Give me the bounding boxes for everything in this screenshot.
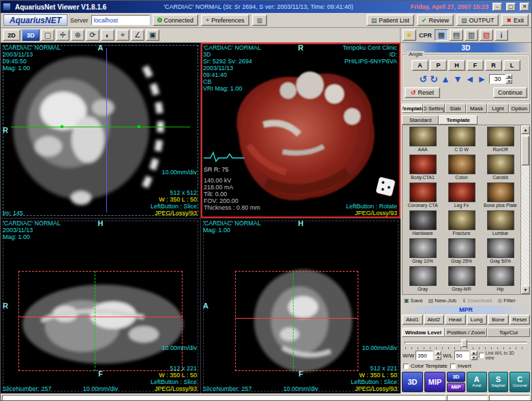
orient-right-button[interactable]: R bbox=[485, 60, 502, 71]
ww-down-icon[interactable]: ▼ bbox=[435, 355, 441, 360]
continue-button[interactable]: Continue bbox=[493, 87, 527, 98]
review-button[interactable]: ✔ Review bbox=[417, 14, 454, 26]
view-coronal-button[interactable]: C Coronal bbox=[510, 372, 530, 392]
tab-3d-settings[interactable]: 3D Settings bbox=[423, 103, 444, 113]
tab-2d[interactable]: 2D bbox=[3, 29, 20, 41]
template-item[interactable]: RunOff bbox=[481, 127, 520, 155]
preset-abd1-button[interactable]: Abd1 bbox=[402, 315, 423, 325]
filter-button[interactable]: ◎ Filter bbox=[497, 298, 516, 304]
angle-step-input[interactable] bbox=[489, 74, 505, 84]
rotate-cw-icon[interactable]: ↻ bbox=[430, 74, 438, 84]
split-view-icon[interactable]: ▧ bbox=[480, 29, 493, 41]
preferences-button[interactable]: ⌖ Preferences bbox=[201, 14, 249, 26]
scrollbar-thumb[interactable] bbox=[521, 135, 529, 165]
template-item[interactable]: Gray 50% bbox=[481, 238, 520, 266]
template-item[interactable]: Coronary CTA bbox=[403, 182, 442, 210]
server-input[interactable] bbox=[91, 15, 150, 25]
ww-input[interactable] bbox=[416, 351, 433, 360]
layout-2x1-icon[interactable]: ▤ bbox=[450, 29, 463, 41]
window-level-slider[interactable] bbox=[405, 339, 527, 349]
rotate-right-icon[interactable]: ► bbox=[478, 74, 487, 84]
mode-3d-button[interactable]: 3D bbox=[402, 372, 423, 392]
invert-option[interactable]: Invert bbox=[450, 363, 471, 369]
tab-slab[interactable]: Slab bbox=[445, 103, 466, 113]
orient-head-button[interactable]: H bbox=[448, 60, 465, 71]
reset-button[interactable]: ↺ Reset bbox=[405, 87, 440, 98]
layout-button[interactable]: ▥ bbox=[252, 14, 268, 26]
tab-mask[interactable]: Mask bbox=[466, 103, 487, 113]
rotate-down-icon[interactable]: ▼ bbox=[453, 74, 463, 84]
template-item[interactable]: Bone plus Plate bbox=[481, 182, 520, 210]
orient-posterior-button[interactable]: P bbox=[430, 60, 447, 71]
wl-up-icon[interactable]: ▲ bbox=[471, 351, 478, 355]
viewport-axial[interactable]: 'CARDIAC' NORMAL 2003/11/13 09:45:50 Mag… bbox=[1, 43, 200, 218]
mode-mip-small-button[interactable]: MIP bbox=[447, 383, 465, 393]
template-item[interactable]: Gray 10% bbox=[403, 238, 442, 266]
preset-bone-button[interactable]: Bone bbox=[488, 315, 509, 325]
tab-option[interactable]: Option bbox=[509, 103, 530, 113]
rotate-up-icon[interactable]: ▲ bbox=[441, 74, 450, 84]
invert-checkbox[interactable] bbox=[450, 364, 456, 369]
view-sagittal-button[interactable]: S Sagittal bbox=[488, 372, 509, 392]
download-button[interactable]: ⇓ Download bbox=[462, 298, 492, 304]
template-item[interactable]: Hardware bbox=[403, 210, 442, 238]
scroll-up-icon[interactable]: ▲ bbox=[521, 125, 530, 134]
rotate-left-icon[interactable]: ◄ bbox=[465, 74, 475, 84]
step-up-icon[interactable]: ▲ bbox=[505, 74, 512, 79]
tab-template[interactable]: Template bbox=[402, 103, 423, 113]
tab-position-zoom[interactable]: Position / Zoom bbox=[445, 327, 488, 337]
step-down-icon[interactable]: ▼ bbox=[505, 79, 512, 84]
connected-button[interactable]: Connected bbox=[153, 14, 199, 26]
pan-tool-icon[interactable]: ✛ bbox=[56, 29, 69, 41]
new-job-button[interactable]: ▤ New-Job bbox=[428, 298, 456, 304]
scroll-down-icon[interactable]: ▼ bbox=[521, 285, 530, 294]
template-item[interactable]: Gray-MR bbox=[442, 266, 481, 294]
favorite-star-icon[interactable]: ★ bbox=[403, 29, 416, 41]
template-item[interactable]: Body.CTA1 bbox=[403, 155, 442, 182]
tab-window-level[interactable]: Window Level bbox=[402, 327, 445, 337]
measure-tool-icon[interactable]: ∠ bbox=[131, 29, 144, 41]
viewport-oblique[interactable]: 'CARDIAC' NORMAL Mag: 1.00 H A F 10.00mm… bbox=[201, 219, 401, 394]
view-axial-button[interactable]: A Axial bbox=[467, 372, 487, 392]
wl-down-icon[interactable]: ▼ bbox=[471, 355, 478, 360]
zoom-tool-icon[interactable]: ⊕ bbox=[71, 29, 84, 41]
select-tool-icon[interactable]: ▢ bbox=[41, 29, 54, 41]
orient-left-button[interactable]: L bbox=[503, 60, 520, 71]
template-scrollbar[interactable]: ▲ ▼ bbox=[520, 125, 529, 294]
tab-template-sub[interactable]: Template bbox=[439, 115, 478, 125]
template-item[interactable]: Fracture bbox=[442, 210, 481, 238]
template-item[interactable]: Leg Fx bbox=[442, 182, 481, 210]
slider-thumb[interactable] bbox=[461, 339, 467, 347]
link-wl-checkbox[interactable] bbox=[479, 353, 484, 358]
snapshot-tool-icon[interactable]: ▣ bbox=[146, 29, 159, 41]
save-button[interactable]: ▣ Save bbox=[404, 298, 423, 304]
minimize-icon[interactable]: – bbox=[492, 3, 502, 11]
ww-up-icon[interactable]: ▲ bbox=[435, 351, 441, 355]
template-item[interactable]: Hip bbox=[481, 266, 520, 294]
layout-1x1-icon[interactable]: ▦ bbox=[435, 29, 448, 41]
preset-lung-button[interactable]: Lung bbox=[467, 315, 488, 325]
template-item[interactable]: Colon bbox=[442, 155, 481, 182]
tab-3d[interactable]: 3D bbox=[22, 29, 40, 41]
preset-abd2-button[interactable]: Abd2 bbox=[424, 315, 445, 325]
orient-anterior-button[interactable]: A bbox=[411, 60, 428, 71]
viewport-3d-volume[interactable]: 'CARDIAC' NORMAL 3D Sr: 5292 Sv: 2694 20… bbox=[201, 43, 401, 218]
window-level-tool-icon[interactable]: ◐ bbox=[101, 29, 114, 41]
tab-standard[interactable]: Standard bbox=[402, 115, 439, 125]
info-icon[interactable]: i bbox=[495, 29, 508, 41]
mode-3d-small-button[interactable]: 3D bbox=[447, 372, 465, 382]
rotate-tool-icon[interactable]: ⟳ bbox=[86, 29, 99, 41]
patient-list-button[interactable]: ▤ Patient List bbox=[366, 14, 414, 26]
template-item[interactable]: Carotid bbox=[481, 155, 520, 182]
template-item[interactable]: Gray 25% bbox=[442, 238, 481, 266]
preset-reset-button[interactable]: Reset bbox=[510, 315, 531, 325]
exit-button[interactable]: ✖ Exit bbox=[501, 14, 529, 26]
template-item[interactable]: AAA bbox=[403, 127, 442, 155]
mode-mip-button[interactable]: MIP bbox=[424, 372, 445, 392]
tab-light[interactable]: Light bbox=[487, 103, 508, 113]
tab-top-cur[interactable]: Top/Cur bbox=[487, 327, 530, 337]
template-item[interactable]: Gray bbox=[403, 266, 442, 294]
color-template-option[interactable]: Color Template bbox=[403, 363, 448, 369]
wl-input[interactable] bbox=[454, 351, 469, 360]
template-item[interactable]: Lumbar bbox=[481, 210, 520, 238]
